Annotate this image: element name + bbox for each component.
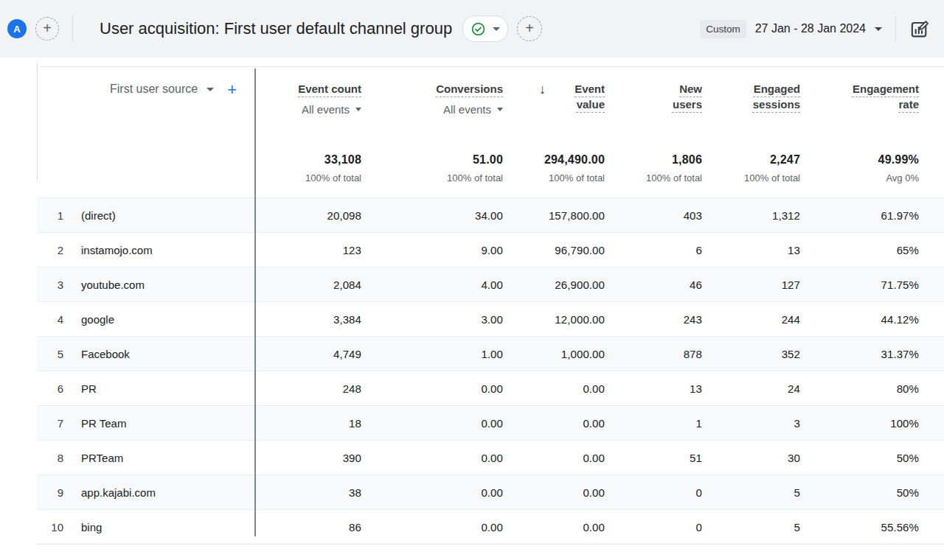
all-events-selector[interactable]: All events (443, 103, 503, 116)
cell-event-count: 20,098 (254, 209, 361, 222)
total-value: 1,806 (672, 153, 702, 167)
cell-engagement-rate: 71.75% (800, 279, 919, 291)
header-divider (72, 15, 73, 43)
column-label: Conversions (436, 81, 503, 97)
total-event-value: 294,490.00 100% of total (503, 140, 605, 197)
date-range-label[interactable]: 27 Jan - 28 Jan 2024 (755, 22, 866, 35)
cell-new-users: 403 (605, 209, 702, 222)
row-index: 3 (37, 279, 63, 291)
column-label: Event value (562, 81, 605, 112)
column-header-engaged-sessions[interactable]: Engaged sessions (702, 66, 800, 140)
cell-event-value: 26,900.00 (503, 279, 605, 291)
cell-event-value: 0.00 (503, 452, 605, 464)
column-header-engagement-rate[interactable]: Engagement rate (800, 66, 919, 140)
total-conversions: 51.00 100% of total (361, 140, 503, 197)
cell-event-count: 390 (254, 452, 361, 464)
customize-report-button[interactable] (909, 19, 929, 39)
row-source: google (63, 313, 254, 326)
table-row: 1 (direct) 20,098 34.00 157,800.00 403 1… (37, 197, 944, 232)
total-subtext: 100% of total (646, 172, 702, 183)
table-row: 3 youtube.com 2,084 4.00 26,900.00 46 12… (37, 267, 944, 301)
total-subtext: 100% of total (447, 172, 503, 183)
add-comparison-button[interactable]: + (517, 16, 542, 41)
cell-engaged-sessions: 3 (702, 417, 800, 430)
table-header-row: First user source + Event count All even… (37, 66, 944, 140)
total-event-count: 33,108 100% of total (254, 140, 361, 197)
cell-new-users: 0 (605, 486, 702, 499)
cell-engaged-sessions: 30 (702, 452, 800, 464)
row-source: app.kajabi.com (63, 486, 254, 499)
total-value: 294,490.00 (544, 153, 605, 167)
avatar[interactable]: A (7, 19, 27, 38)
cell-engagement-rate: 50% (800, 486, 919, 499)
cell-new-users: 0 (605, 521, 702, 533)
table-row: 4 google 3,384 3.00 12,000.00 243 244 44… (37, 301, 944, 336)
total-subtext: Avg 0% (886, 172, 919, 183)
cell-new-users: 46 (605, 279, 702, 291)
column-label: Engaged sessions (744, 81, 800, 112)
cell-conversions: 0.00 (361, 382, 503, 395)
cell-engagement-rate: 50% (800, 452, 919, 464)
cell-engaged-sessions: 5 (702, 486, 800, 499)
page-title: User acquisition: First user default cha… (100, 19, 452, 38)
chevron-down-icon[interactable] (875, 27, 882, 31)
cell-event-value: 0.00 (503, 521, 605, 533)
total-value: 2,247 (770, 153, 800, 167)
table-left-hairline (37, 63, 38, 180)
cell-conversions: 0.00 (361, 486, 503, 499)
cell-conversions: 1.00 (361, 348, 503, 360)
column-label: Event count (298, 81, 361, 97)
cell-new-users: 6 (605, 244, 702, 256)
table-row: 9 app.kajabi.com 38 0.00 0.00 0 5 50% (37, 475, 944, 509)
cell-new-users: 1 (605, 417, 702, 430)
report-status-dropdown[interactable] (462, 15, 508, 42)
sort-descending-icon: ↓ (539, 82, 546, 97)
total-value: 49.99% (878, 153, 919, 167)
cell-engaged-sessions: 1,312 (702, 209, 800, 222)
row-index: 6 (37, 382, 63, 395)
row-index: 4 (37, 313, 63, 326)
cell-conversions: 9.00 (361, 244, 503, 256)
all-events-selector[interactable]: All events (302, 103, 361, 116)
cell-conversions: 0.00 (361, 417, 503, 430)
plus-icon: + (525, 21, 534, 35)
cell-event-count: 38 (254, 486, 361, 499)
cell-engaged-sessions: 244 (702, 313, 800, 326)
cell-event-count: 3,384 (254, 313, 361, 326)
cell-new-users: 13 (605, 382, 702, 395)
cell-engagement-rate: 65% (800, 244, 919, 256)
table-row: 5 Facebook 4,749 1.00 1,000.00 878 352 3… (37, 336, 944, 371)
cell-event-count: 4,749 (254, 348, 361, 360)
row-source: instamojo.com (63, 244, 254, 256)
add-property-button[interactable]: + (35, 17, 59, 41)
row-source: bing (63, 521, 254, 533)
column-header-conversions[interactable]: Conversions All events (361, 66, 503, 140)
column-label: New users (665, 81, 702, 112)
column-header-new-users[interactable]: New users (605, 66, 702, 140)
cell-engagement-rate: 44.12% (800, 313, 919, 326)
cell-engagement-rate: 31.37% (800, 348, 919, 360)
cell-engaged-sessions: 127 (702, 279, 800, 291)
add-column-button[interactable]: + (227, 83, 237, 97)
table-rows: 1 (direct) 20,098 34.00 157,800.00 403 1… (37, 197, 944, 545)
total-subtext: 100% of total (744, 172, 800, 183)
cell-conversions: 34.00 (361, 209, 503, 222)
column-header-event-value[interactable]: ↓ Event value (503, 66, 605, 140)
table-row: 2 instamojo.com 123 9.00 96,790.00 6 13 … (37, 232, 944, 267)
chevron-down-icon (493, 27, 500, 31)
cell-engagement-rate: 61.97% (800, 209, 919, 222)
cell-conversions: 0.00 (361, 452, 503, 464)
cell-event-value: 0.00 (503, 486, 605, 499)
row-source: Facebook (63, 348, 254, 360)
totals-row: 33,108 100% of total 51.00 100% of total… (37, 140, 944, 197)
row-index: 10 (37, 521, 63, 533)
total-subtext: 100% of total (549, 172, 605, 183)
report-table: First user source + Event count All even… (37, 66, 944, 545)
total-value: 33,108 (324, 153, 361, 167)
column-header-event-count[interactable]: Event count All events (254, 66, 361, 140)
dimension-header-dropdown[interactable]: First user source + (37, 66, 254, 140)
chevron-down-icon (206, 88, 214, 91)
cell-new-users: 243 (605, 313, 702, 326)
cell-event-count: 248 (254, 382, 361, 395)
cell-event-count: 18 (254, 417, 361, 430)
